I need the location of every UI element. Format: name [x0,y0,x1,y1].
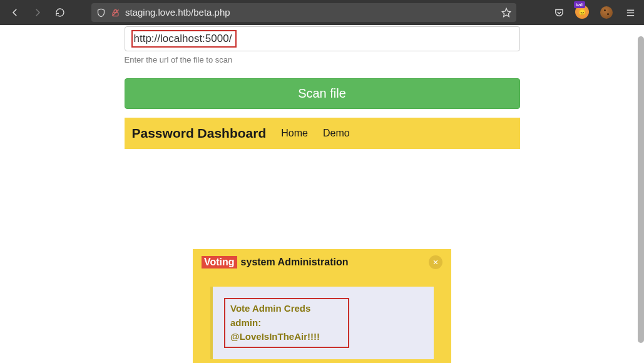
scrollbar-track[interactable] [635,25,644,363]
dashboard-title: Password Dashboard [132,126,267,141]
creds-line-2: @LoveIsInTheAir!!!! [230,330,343,344]
close-icon[interactable] [429,255,442,269]
scan-file-button[interactable]: Scan file [125,78,520,109]
admin-title: Voting system Administration [202,256,348,268]
kali-extension-icon[interactable]: kali 😠 [574,4,591,21]
dashboard-nav: Password Dashboard Home Demo [125,118,520,149]
cookie-extension-icon[interactable] [598,4,615,21]
scan-url-input[interactable]: http://localhost:5000/ [125,26,520,51]
scrollbar-thumb[interactable] [638,36,644,343]
admin-panel: Voting system Administration Vote Admin … [193,249,451,363]
bookmark-star-icon[interactable] [501,8,511,18]
dashboard-link-home[interactable]: Home [281,128,308,139]
admin-title-tag: Voting [202,256,237,268]
creds-line-1: Vote Admin Creds admin: [230,302,343,330]
back-button[interactable] [5,3,25,23]
shield-icon [96,8,106,18]
pocket-icon[interactable] [550,4,568,21]
url-text: staging.love.htb/beta.php [125,3,496,22]
page-viewport: http://localhost:5000/ Enter the url of … [0,25,644,363]
scan-url-value: http://localhost:5000/ [131,30,237,48]
lock-insecure-icon [111,8,120,18]
admin-title-text: system Administration [241,257,349,268]
admin-header: Voting system Administration [193,249,451,275]
admin-body: Vote Admin Creds admin: @LoveIsInTheAir!… [193,275,451,363]
credentials-box: Vote Admin Creds admin: @LoveIsInTheAir!… [210,287,434,359]
credentials-text: Vote Admin Creds admin: @LoveIsInTheAir!… [224,298,349,348]
page-content: http://localhost:5000/ Enter the url of … [60,26,585,363]
toolbar-right-icons: kali 😠 [550,4,639,21]
dashboard-link-demo[interactable]: Demo [323,128,350,139]
reload-button[interactable] [50,3,70,23]
browser-toolbar: staging.love.htb/beta.php kali 😠 [0,0,644,25]
url-bar[interactable]: staging.love.htb/beta.php [91,3,516,22]
forward-button[interactable] [28,3,48,23]
scan-url-helper: Enter the url of the file to scan [125,55,520,64]
hamburger-menu-icon[interactable] [621,4,639,21]
